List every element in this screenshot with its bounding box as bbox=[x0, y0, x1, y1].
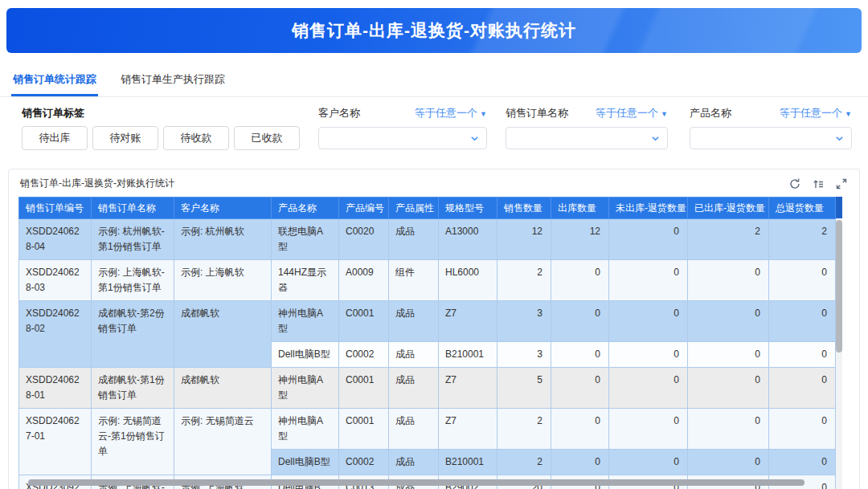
cell-qty[interactable]: 0 bbox=[609, 450, 688, 475]
cell-qty[interactable]: 0 bbox=[769, 409, 836, 450]
cell-qty[interactable]: 0 bbox=[688, 342, 769, 368]
sort-icon[interactable] bbox=[812, 177, 825, 190]
cell-qty[interactable]: 0 bbox=[769, 260, 836, 301]
cell-attr[interactable]: 成品 bbox=[389, 342, 439, 368]
cell-qty[interactable]: 2 bbox=[769, 219, 836, 260]
filter-operator-link[interactable]: 等于任意一个▼ bbox=[415, 106, 487, 120]
tag-button[interactable]: 待收款 bbox=[163, 126, 229, 150]
cell-code[interactable]: C0001 bbox=[339, 301, 389, 342]
cell-qty[interactable]: 2 bbox=[497, 450, 551, 475]
cell-product[interactable]: 联想电脑A型 bbox=[272, 219, 339, 260]
cell-attr[interactable]: 成品 bbox=[389, 450, 439, 475]
tab-0[interactable]: 销售订单统计跟踪 bbox=[11, 67, 98, 96]
cell-attr[interactable]: 成品 bbox=[389, 409, 439, 450]
filter-operator-link[interactable]: 等于任意一个▼ bbox=[596, 106, 668, 120]
cell-product[interactable]: Dell电脑B型 bbox=[272, 342, 339, 368]
cell-order-no[interactable]: XSDD240628-03 bbox=[19, 260, 92, 301]
cell-qty[interactable]: 0 bbox=[769, 368, 836, 409]
table-row[interactable]: XSDD240628-01成都帆软-第1份销售订单成都帆软神州电脑A型C0001… bbox=[19, 368, 836, 409]
table-row[interactable]: XSDD240628-03示例: 上海帆软-第1份销售订单示例: 上海帆软144… bbox=[19, 260, 836, 301]
cell-qty[interactable]: 3 bbox=[497, 342, 551, 368]
cell-attr[interactable]: 成品 bbox=[389, 219, 439, 260]
cell-order-no[interactable]: XSDD240627-01 bbox=[19, 409, 92, 475]
cell-spec[interactable]: Z7 bbox=[439, 409, 497, 450]
cell-qty[interactable]: 3 bbox=[497, 301, 551, 342]
table-row[interactable]: XSDD240627-01示例: 无锡简道云-第1份销售订单示例: 无锡简道云神… bbox=[19, 409, 836, 450]
cell-qty[interactable]: 2 bbox=[497, 260, 551, 301]
cell-customer[interactable]: 成都帆软 bbox=[174, 368, 272, 409]
filter-select[interactable] bbox=[506, 127, 668, 149]
cell-qty[interactable]: 0 bbox=[688, 409, 769, 450]
cell-product[interactable]: 神州电脑A型 bbox=[272, 409, 339, 450]
cell-product[interactable]: 神州电脑A型 bbox=[272, 301, 339, 342]
cell-customer[interactable]: 示例: 无锡简道云 bbox=[174, 409, 272, 475]
cell-qty[interactable]: 2 bbox=[497, 409, 551, 450]
cell-order-no[interactable]: XSDD240628-01 bbox=[19, 368, 92, 409]
cell-spec[interactable]: B210001 bbox=[439, 342, 497, 368]
tag-button[interactable]: 待对账 bbox=[92, 126, 158, 150]
vertical-scrollbar[interactable] bbox=[836, 197, 842, 489]
tab-1[interactable]: 销售订单生产执行跟踪 bbox=[119, 67, 227, 96]
cell-qty[interactable]: 0 bbox=[609, 342, 688, 368]
cell-product[interactable]: Dell电脑B型 bbox=[272, 450, 339, 475]
cell-qty[interactable]: 0 bbox=[688, 368, 769, 409]
cell-code[interactable]: A0009 bbox=[339, 260, 389, 301]
cell-qty[interactable]: 0 bbox=[609, 368, 688, 409]
cell-qty[interactable]: 0 bbox=[769, 450, 836, 475]
cell-attr[interactable]: 成品 bbox=[389, 301, 439, 342]
cell-customer[interactable]: 示例: 杭州帆软 bbox=[174, 219, 272, 260]
filter-select[interactable] bbox=[690, 127, 852, 149]
cell-code[interactable]: C0002 bbox=[339, 342, 389, 368]
cell-qty[interactable]: 0 bbox=[609, 409, 688, 450]
cell-order-name[interactable]: 示例: 杭州帆软-第1份销售订单 bbox=[92, 219, 174, 260]
cell-order-name[interactable]: 示例: 上海帆软-第1份销售订单 bbox=[92, 260, 174, 301]
cell-customer[interactable]: 示例: 上海帆软 bbox=[174, 260, 272, 301]
cell-qty[interactable]: 0 bbox=[688, 301, 769, 342]
cell-qty[interactable]: 0 bbox=[551, 409, 609, 450]
tag-button[interactable]: 待出库 bbox=[22, 126, 88, 150]
cell-product[interactable]: 144HZ显示器 bbox=[272, 260, 339, 301]
cell-order-name[interactable]: 成都帆软-第1份销售订单 bbox=[92, 368, 174, 409]
vertical-scrollbar-thumb[interactable] bbox=[836, 220, 842, 352]
cell-code[interactable]: C0020 bbox=[339, 219, 389, 260]
cell-spec[interactable]: B210001 bbox=[439, 450, 497, 475]
cell-code[interactable]: C0001 bbox=[339, 368, 389, 409]
table-row[interactable]: XSDD240628-02成都帆软-第2份销售订单成都帆软神州电脑A型C0001… bbox=[19, 301, 836, 342]
fullscreen-icon[interactable] bbox=[835, 177, 848, 190]
cell-order-name[interactable]: 示例: 无锡简道云-第1份销售订单 bbox=[92, 409, 174, 475]
cell-qty[interactable]: 12 bbox=[551, 219, 609, 260]
cell-qty[interactable]: 2 bbox=[688, 219, 769, 260]
cell-product[interactable]: 神州电脑A型 bbox=[272, 368, 339, 409]
cell-order-no[interactable]: XSDD240628-02 bbox=[19, 301, 92, 368]
filter-select[interactable] bbox=[318, 127, 487, 149]
cell-customer[interactable]: 成都帆软 bbox=[174, 301, 272, 368]
cell-qty[interactable]: 0 bbox=[688, 260, 769, 301]
cell-qty[interactable]: 0 bbox=[551, 342, 609, 368]
cell-spec[interactable]: Z7 bbox=[439, 368, 497, 409]
cell-qty[interactable]: 0 bbox=[609, 260, 688, 301]
cell-attr[interactable]: 成品 bbox=[389, 368, 439, 409]
cell-qty[interactable]: 0 bbox=[609, 301, 688, 342]
cell-order-no[interactable]: XSDD240628-04 bbox=[19, 219, 92, 260]
cell-qty[interactable]: 0 bbox=[769, 301, 836, 342]
cell-qty[interactable]: 0 bbox=[551, 368, 609, 409]
cell-code[interactable]: C0002 bbox=[339, 450, 389, 475]
cell-spec[interactable]: HL6000 bbox=[439, 260, 497, 301]
cell-attr[interactable]: 组件 bbox=[389, 260, 439, 301]
refresh-icon[interactable] bbox=[788, 177, 801, 190]
table-row[interactable]: XSDD240628-04示例: 杭州帆软-第1份销售订单示例: 杭州帆软联想电… bbox=[19, 219, 836, 260]
cell-qty[interactable]: 0 bbox=[551, 450, 609, 475]
horizontal-scrollbar-thumb[interactable] bbox=[28, 479, 805, 486]
cell-spec[interactable]: Z7 bbox=[439, 301, 497, 342]
cell-qty[interactable]: 12 bbox=[497, 219, 551, 260]
cell-qty[interactable]: 0 bbox=[688, 450, 769, 475]
cell-code[interactable]: C0001 bbox=[339, 409, 389, 450]
cell-spec[interactable]: A13000 bbox=[439, 219, 497, 260]
cell-qty[interactable]: 0 bbox=[769, 342, 836, 368]
cell-qty[interactable]: 0 bbox=[551, 301, 609, 342]
cell-qty[interactable]: 0 bbox=[609, 219, 688, 260]
cell-qty[interactable]: 0 bbox=[551, 260, 609, 301]
cell-order-name[interactable]: 成都帆软-第2份销售订单 bbox=[92, 301, 174, 368]
filter-operator-link[interactable]: 等于任意一个▼ bbox=[780, 106, 852, 120]
tag-button[interactable]: 已收款 bbox=[234, 126, 300, 150]
